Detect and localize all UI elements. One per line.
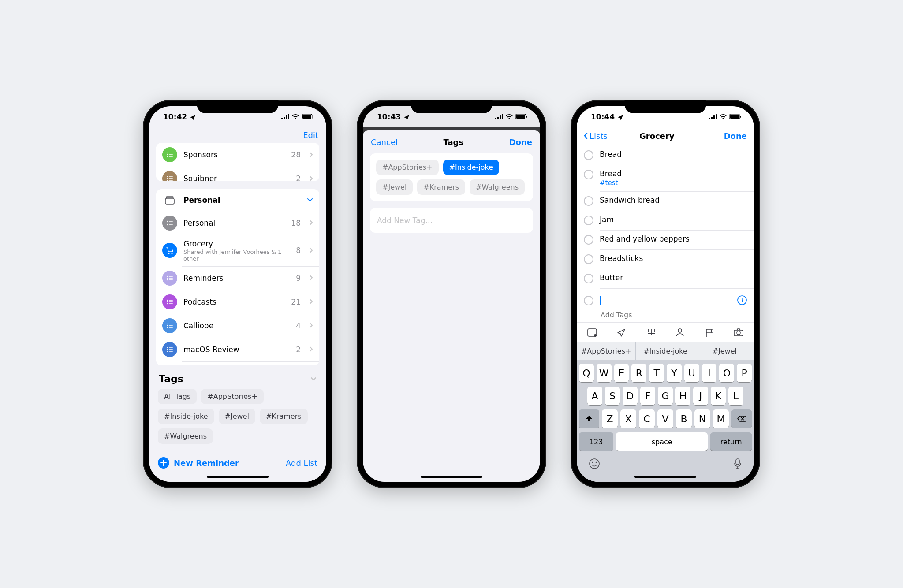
reminder-row[interactable]: Bread#test bbox=[577, 165, 754, 191]
checkbox-icon[interactable] bbox=[584, 296, 593, 305]
list-row[interactable]: macOS Review 2 bbox=[156, 338, 319, 361]
list-icon bbox=[162, 216, 177, 231]
info-icon[interactable] bbox=[737, 295, 747, 305]
section-header-personal[interactable]: Personal bbox=[156, 189, 319, 211]
keyboard-shift-key[interactable] bbox=[579, 409, 599, 428]
cancel-button[interactable]: Cancel bbox=[371, 138, 398, 147]
add-new-tag-input[interactable]: Add New Tag... bbox=[370, 208, 533, 233]
checkbox-icon[interactable] bbox=[584, 235, 593, 245]
quick-action-bar bbox=[577, 322, 754, 342]
list-icon bbox=[162, 271, 177, 286]
keyboard[interactable]: QWERTYUIOP ASDFGHJKL ZXCVBNM 123 space r… bbox=[577, 360, 754, 482]
checkbox-icon[interactable] bbox=[584, 216, 593, 225]
tag-suggestion[interactable]: #Inside-joke bbox=[635, 342, 694, 360]
tag-pill[interactable]: All Tags bbox=[158, 389, 197, 404]
emoji-icon[interactable] bbox=[589, 458, 600, 469]
keyboard-key[interactable]: Z bbox=[602, 409, 618, 428]
checkbox-icon[interactable] bbox=[584, 274, 593, 283]
keyboard-key[interactable]: L bbox=[728, 387, 743, 405]
keyboard-key[interactable]: E bbox=[614, 364, 629, 382]
keyboard-space-key[interactable]: space bbox=[616, 432, 708, 451]
tags-section-header[interactable]: Tags bbox=[149, 373, 326, 384]
list-row[interactable]: Sponsors 28 bbox=[156, 143, 319, 167]
keyboard-delete-key[interactable] bbox=[731, 409, 752, 428]
keyboard-key[interactable]: F bbox=[640, 387, 655, 405]
done-button[interactable]: Done bbox=[509, 138, 532, 147]
keyboard-key[interactable]: C bbox=[639, 409, 655, 428]
calendar-icon[interactable] bbox=[578, 327, 607, 337]
camera-icon[interactable] bbox=[724, 328, 753, 337]
tag-pill[interactable]: #Walgreens bbox=[158, 428, 213, 444]
list-row[interactable]: GroceryShared with Jennifer Voorhees & 1… bbox=[156, 235, 319, 266]
tag-pill[interactable]: #Walgreens bbox=[470, 179, 525, 195]
location-icon[interactable] bbox=[607, 327, 636, 337]
tag-pill[interactable]: #AppStories+ bbox=[201, 389, 264, 404]
reminder-row[interactable]: Red and yellow peppers bbox=[577, 230, 754, 249]
wifi-icon bbox=[292, 114, 299, 119]
keyboard-key[interactable]: W bbox=[597, 364, 612, 382]
reminder-row[interactable]: Bread bbox=[577, 145, 754, 165]
list-icon bbox=[162, 243, 177, 258]
dictation-icon[interactable] bbox=[733, 458, 742, 469]
keyboard-key[interactable]: G bbox=[658, 387, 673, 405]
list-row[interactable]: Podcasts 21 bbox=[156, 290, 319, 314]
keyboard-key[interactable]: I bbox=[702, 364, 717, 382]
flag-icon[interactable] bbox=[694, 327, 724, 337]
keyboard-key[interactable]: T bbox=[649, 364, 664, 382]
chevron-right-icon bbox=[310, 248, 313, 253]
keyboard-key[interactable]: Y bbox=[667, 364, 682, 382]
tag-pill[interactable]: #Jewel bbox=[376, 179, 413, 195]
keyboard-key[interactable]: B bbox=[676, 409, 692, 428]
list-row[interactable]: Squibner 2 bbox=[156, 167, 319, 181]
tag-pill[interactable]: #AppStories+ bbox=[376, 160, 439, 175]
keyboard-key[interactable]: S bbox=[605, 387, 620, 405]
tag-suggestion[interactable]: #Jewel bbox=[695, 342, 754, 360]
tag-suggestion[interactable]: #AppStories+ bbox=[577, 342, 635, 360]
add-tags-input[interactable] bbox=[600, 310, 747, 320]
reminder-row[interactable]: Sandwich bread bbox=[577, 191, 754, 211]
keyboard-return-key[interactable]: return bbox=[710, 432, 752, 451]
done-button[interactable]: Done bbox=[724, 131, 747, 141]
checkbox-icon[interactable] bbox=[584, 170, 593, 179]
keyboard-key[interactable]: P bbox=[737, 364, 752, 382]
list-count: 2 bbox=[296, 345, 301, 354]
keyboard-key[interactable]: X bbox=[620, 409, 636, 428]
keyboard-key[interactable]: M bbox=[713, 409, 729, 428]
checkbox-icon[interactable] bbox=[584, 150, 593, 160]
list-row[interactable]: Mela 4 bbox=[156, 361, 319, 365]
keyboard-key[interactable]: J bbox=[693, 387, 708, 405]
reminder-row[interactable]: Jam bbox=[577, 211, 754, 230]
checkbox-icon[interactable] bbox=[584, 254, 593, 264]
keyboard-key[interactable]: A bbox=[587, 387, 602, 405]
edit-button[interactable]: Edit bbox=[303, 130, 318, 140]
reminder-row[interactable]: Breadsticks bbox=[577, 249, 754, 269]
add-list-button[interactable]: Add List bbox=[286, 458, 317, 468]
person-icon[interactable] bbox=[665, 327, 694, 337]
svg-point-21 bbox=[594, 334, 597, 337]
keyboard-key[interactable]: U bbox=[684, 364, 699, 382]
tag-pill[interactable]: #Kramers bbox=[260, 409, 308, 424]
checkbox-icon[interactable] bbox=[584, 196, 593, 206]
keyboard-key[interactable]: D bbox=[623, 387, 638, 405]
keyboard-key[interactable]: V bbox=[657, 409, 673, 428]
keyboard-key[interactable]: H bbox=[675, 387, 690, 405]
keyboard-key[interactable]: O bbox=[719, 364, 734, 382]
keyboard-123-key[interactable]: 123 bbox=[579, 432, 613, 451]
keyboard-key[interactable]: N bbox=[694, 409, 710, 428]
list-row[interactable]: Reminders 9 bbox=[156, 266, 319, 290]
svg-point-27 bbox=[596, 462, 597, 463]
list-icon bbox=[162, 147, 177, 162]
list-row[interactable]: Personal 18 bbox=[156, 211, 319, 235]
new-reminder-button[interactable]: New Reminder bbox=[158, 457, 239, 469]
new-reminder-input-row[interactable] bbox=[577, 291, 754, 310]
keyboard-key[interactable]: Q bbox=[579, 364, 594, 382]
keyboard-key[interactable]: R bbox=[631, 364, 646, 382]
list-row[interactable]: Calliope 4 bbox=[156, 314, 319, 338]
tag-pill[interactable]: #Jewel bbox=[219, 409, 255, 424]
tag-pill[interactable]: #Inside-joke bbox=[158, 409, 214, 424]
tag-pill[interactable]: #Kramers bbox=[417, 179, 465, 195]
reminder-row[interactable]: Butter bbox=[577, 269, 754, 288]
tag-pill[interactable]: #Inside-joke bbox=[443, 160, 500, 175]
keyboard-key[interactable]: K bbox=[711, 387, 726, 405]
tag-icon[interactable] bbox=[636, 327, 665, 337]
